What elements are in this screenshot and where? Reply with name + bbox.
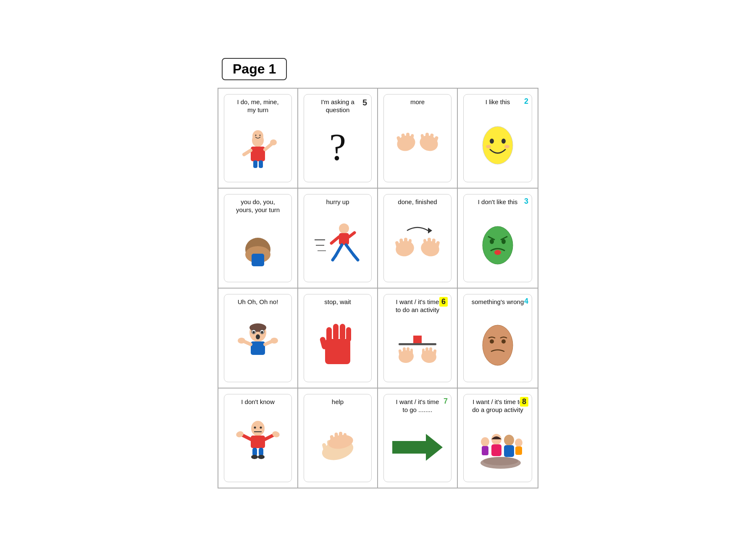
card-label: more: [410, 98, 425, 106]
svg-line-7: [244, 150, 251, 155]
page-title: Page 1: [222, 58, 287, 80]
svg-line-101: [265, 435, 273, 439]
card-label: I want / it's time todo a group activity: [472, 398, 523, 414]
card-i-dont-like[interactable]: I don't like this 3: [458, 189, 538, 289]
card-number: 8: [520, 397, 528, 407]
svg-point-2: [252, 130, 263, 142]
svg-rect-90: [422, 349, 425, 357]
svg-rect-104: [259, 448, 263, 456]
svg-rect-75: [333, 324, 339, 341]
svg-point-72: [270, 338, 278, 344]
card-inner: I want / it's timeto do an activity 6: [383, 294, 452, 382]
svg-rect-19: [425, 133, 429, 143]
card-somethings-wrong[interactable]: something's wrong 4: [458, 289, 538, 388]
svg-rect-74: [326, 327, 332, 342]
card-label: hurry up: [326, 198, 349, 206]
card-label: I want / it's timeto do an activity: [396, 298, 439, 314]
svg-rect-122: [491, 444, 501, 456]
svg-rect-79: [399, 343, 436, 345]
card-inner: I don't know: [224, 394, 292, 482]
card-you-do[interactable]: you do, you,yours, your turn: [218, 189, 298, 289]
svg-point-91: [483, 325, 513, 365]
card-hurry-up[interactable]: hurry up: [298, 189, 378, 289]
card-label: I want / it's timeto go ........: [396, 398, 439, 414]
svg-line-42: [346, 245, 354, 255]
svg-point-67: [256, 334, 260, 339]
svg-line-40: [336, 245, 342, 256]
card-image: [388, 316, 447, 379]
svg-point-128: [483, 457, 518, 465]
card-number: 4: [524, 297, 528, 306]
svg-point-24: [486, 145, 491, 148]
svg-rect-115: [334, 433, 338, 444]
svg-rect-73: [325, 339, 350, 364]
card-help[interactable]: help: [298, 388, 378, 488]
card-inner: hurry up: [304, 194, 372, 282]
svg-point-93: [501, 339, 506, 344]
card-label: I'm asking aquestion: [321, 98, 354, 114]
svg-point-119: [481, 437, 489, 446]
card-number: 2: [524, 97, 528, 106]
card-uh-oh[interactable]: Uh Oh, Oh no!: [218, 289, 298, 388]
card-inner: stop, wait: [304, 294, 372, 382]
card-inner: I want / it's timeto go ........ 7: [383, 394, 452, 482]
card-image: [228, 116, 287, 179]
card-label: you do, you,yours, your turn: [236, 198, 280, 214]
svg-rect-77: [346, 327, 351, 342]
card-image: [388, 207, 447, 279]
card-more[interactable]: more: [378, 89, 458, 189]
card-label: stop, wait: [324, 298, 351, 306]
svg-rect-1: [251, 147, 265, 161]
svg-rect-124: [504, 445, 514, 457]
svg-point-4: [260, 135, 261, 136]
svg-rect-37: [339, 233, 349, 245]
card-done-finished[interactable]: done, finished: [378, 189, 458, 289]
svg-point-36: [339, 223, 349, 234]
card-stop-wait[interactable]: stop, wait: [298, 289, 378, 388]
card-image: [308, 207, 367, 279]
svg-point-123: [504, 435, 514, 446]
svg-rect-9: [259, 160, 263, 168]
card-image: [228, 407, 287, 479]
card-inner: you do, you,yours, your turn: [224, 194, 292, 282]
svg-point-3: [255, 135, 257, 136]
card-number: 6: [439, 297, 448, 307]
svg-point-94: [251, 421, 265, 436]
card-image: [388, 416, 447, 479]
card-image: [468, 207, 528, 279]
card-asking-question[interactable]: I'm asking aquestion 5 ?: [298, 89, 378, 189]
svg-point-25: [504, 145, 509, 148]
svg-rect-98: [251, 436, 265, 448]
card-i-do[interactable]: I do, me, mine,my turn: [218, 89, 298, 189]
card-group-activity[interactable]: I want / it's time todo a group activity…: [458, 388, 538, 488]
card-inner: I do, me, mine,my turn: [224, 94, 292, 182]
svg-point-96: [260, 426, 262, 428]
svg-point-105: [251, 455, 258, 459]
svg-line-99: [242, 435, 251, 439]
svg-rect-85: [410, 349, 413, 357]
svg-rect-48: [404, 238, 407, 249]
card-label: Uh Oh, Oh no!: [238, 298, 278, 306]
svg-rect-116: [339, 432, 342, 443]
svg-point-70: [238, 338, 245, 344]
card-label: I do, me, mine,my turn: [237, 98, 278, 114]
svg-point-95: [254, 426, 256, 428]
card-image: ?: [308, 116, 367, 179]
card-label: I don't know: [241, 398, 275, 406]
card-inner: help: [304, 394, 372, 482]
svg-point-55: [483, 226, 513, 264]
svg-line-43: [354, 255, 358, 260]
card-inner: I'm asking aquestion 5 ?: [304, 94, 372, 182]
svg-rect-103: [252, 448, 257, 456]
svg-line-38: [331, 237, 339, 243]
svg-point-60: [494, 250, 501, 255]
card-want-time-go[interactable]: I want / it's timeto go ........ 7: [378, 388, 458, 488]
svg-point-92: [490, 339, 494, 344]
card-i-like[interactable]: I like this 2: [458, 89, 538, 189]
card-inner: done, finished: [383, 194, 452, 282]
card-image: [388, 108, 447, 179]
card-activity[interactable]: I want / it's timeto do an activity 6: [378, 289, 458, 388]
card-inner: something's wrong 4: [463, 294, 532, 382]
card-i-dont-know[interactable]: I don't know: [218, 388, 298, 488]
card-label: done, finished: [398, 198, 437, 206]
